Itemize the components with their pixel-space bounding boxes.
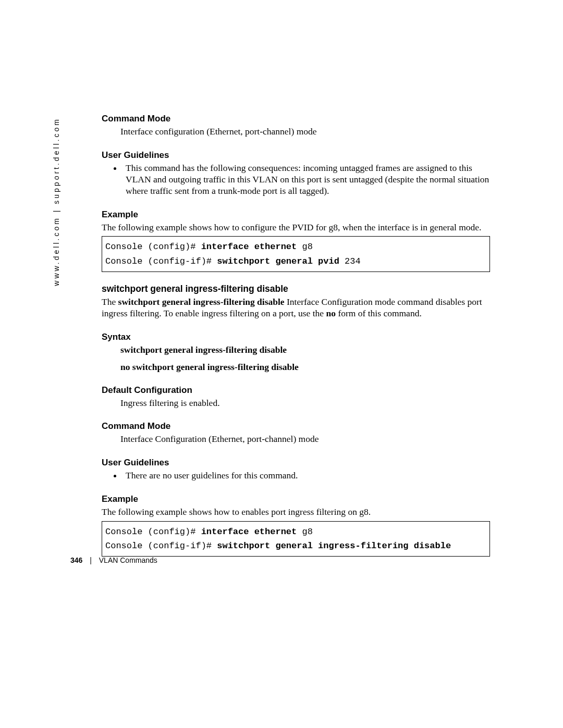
code-text: Console (config-if)#	[105, 256, 217, 266]
t: no	[326, 308, 336, 318]
code-text: g8	[297, 527, 313, 537]
heading-example-1: Example	[102, 209, 490, 220]
footer-section: VLAN Commands	[99, 556, 157, 564]
example-intro-1: The following example shows how to confi…	[102, 222, 490, 233]
code-text: Console (config)#	[105, 242, 201, 252]
t: switchport general ingress-filtering dis…	[118, 297, 285, 307]
command-mode-text-2: Interface Configuration (Ethernet, port-…	[120, 434, 490, 445]
syntax-line-2: no switchport general ingress-filtering …	[120, 362, 490, 373]
code-block-2: Console (config)# interface ethernet g8 …	[102, 521, 490, 557]
code-text: Console (config)#	[105, 527, 201, 537]
heading-user-guidelines-1: User Guidelines	[102, 150, 490, 161]
heading-default-config: Default Configuration	[102, 385, 490, 396]
page-number: 346	[70, 556, 82, 564]
heading-command-mode-1: Command Mode	[102, 114, 490, 124]
heading-user-guidelines-2: User Guidelines	[102, 458, 490, 468]
t: The	[102, 297, 118, 307]
heading-syntax: Syntax	[102, 332, 490, 342]
section-intro: The switchport general ingress-filtering…	[102, 297, 490, 319]
user-guidelines-item-1: This command has the following consequen…	[123, 163, 490, 197]
example-intro-2: The following example shows how to enabl…	[102, 507, 490, 518]
user-guidelines-item-2: There are no user guidelines for this co…	[123, 470, 490, 482]
code-text: g8	[297, 242, 313, 252]
code-bold: interface ethernet	[201, 242, 297, 252]
code-bold: switchport general pvid	[217, 256, 339, 266]
code-bold: interface ethernet	[201, 527, 297, 537]
page-footer: 346 | VLAN Commands	[70, 556, 157, 564]
user-guidelines-list-2: There are no user guidelines for this co…	[102, 470, 490, 482]
code-block-1: Console (config)# interface ethernet g8 …	[102, 236, 490, 272]
code-bold: switchport general ingress-filtering dis…	[217, 541, 451, 551]
section-title: switchport general ingress-filtering dis…	[102, 283, 490, 294]
code-text: Console (config-if)#	[105, 541, 217, 551]
command-mode-text-1: Interface configuration (Ethernet, port-…	[120, 126, 490, 138]
main-content: Command Mode Interface configuration (Et…	[102, 114, 490, 557]
t: form of this command.	[336, 308, 422, 318]
sidebar-url: www.dell.com | support.dell.com	[52, 117, 60, 286]
heading-command-mode-2: Command Mode	[102, 421, 490, 431]
user-guidelines-list-1: This command has the following consequen…	[102, 163, 490, 197]
default-config-text: Ingress filtering is enabled.	[120, 398, 490, 409]
syntax-line-1: switchport general ingress-filtering dis…	[120, 344, 490, 355]
code-text: 234	[339, 256, 361, 266]
footer-separator: |	[90, 556, 92, 564]
heading-example-2: Example	[102, 494, 490, 504]
